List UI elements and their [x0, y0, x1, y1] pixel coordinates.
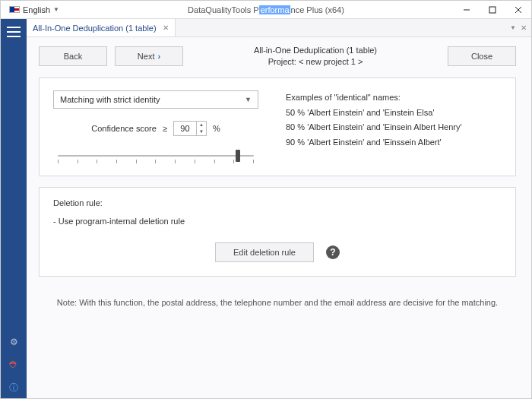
tab-deduplication[interactable]: All-In-One Deduplication (1 table) ✕ — [27, 19, 176, 36]
confidence-label: Confidence score — [91, 124, 157, 133]
close-button[interactable]: Close — [448, 46, 516, 66]
gear-icon[interactable]: ⚙ — [8, 337, 19, 347]
flag-icon — [9, 6, 20, 13]
matching-mode-select[interactable]: Matching with strict identity ▼ — [53, 90, 258, 109]
arrow-right-icon: › — [157, 52, 160, 61]
back-button[interactable]: Back — [39, 46, 107, 66]
deletion-rule-text: - Use program-internal deletion rule — [53, 217, 502, 226]
tab-bar: All-In-One Deduplication (1 table) ✕ ▼ ✕ — [27, 19, 531, 37]
window-buttons — [454, 1, 531, 18]
maximize-button[interactable] — [480, 1, 505, 18]
example-row: 90 % 'Albert Einstein' and 'Einssein Alb… — [286, 135, 502, 150]
example-row: 50 % 'Albert Einstein' and 'Einstein Els… — [286, 106, 502, 121]
matching-panel: Matching with strict identity ▼ Confiden… — [39, 78, 516, 176]
matching-mode-value: Matching with strict identity — [60, 95, 160, 104]
footer-note: Note: With this function, the postal add… — [39, 298, 516, 307]
chevron-down-icon: ▼ — [245, 96, 252, 103]
deletion-panel: Deletion rule: - Use program-internal de… — [39, 187, 516, 277]
minimize-button[interactable] — [454, 1, 480, 18]
spin-up-icon[interactable]: ▲ — [197, 122, 206, 128]
language-label: English — [23, 5, 50, 14]
title-bar: English ▼ DataQualityTools Performance P… — [1, 1, 531, 19]
svg-rect-1 — [489, 7, 496, 13]
content-area: Back Next› All-in-One Deduplication (1 t… — [27, 37, 531, 399]
close-all-icon[interactable]: ✕ — [521, 24, 527, 32]
deletion-title: Deletion rule: — [53, 198, 502, 207]
confidence-slider[interactable] — [53, 147, 258, 163]
close-icon[interactable]: ✕ — [163, 24, 169, 32]
ge-symbol: ≥ — [163, 124, 167, 133]
confidence-value: 90 — [174, 124, 196, 133]
next-button[interactable]: Next› — [115, 46, 183, 66]
chevron-down-icon: ▼ — [53, 6, 59, 13]
spin-down-icon[interactable]: ▼ — [197, 128, 206, 135]
language-selector[interactable]: English ▼ — [4, 5, 65, 15]
menu-icon[interactable] — [7, 27, 21, 37]
page-title: All-in-One Deduplication (1 table) Proje… — [191, 45, 440, 68]
example-row: 80 % 'Albert Einstein' and 'Einsein Albe… — [286, 120, 502, 135]
window-title: DataQualityTools Performance Plus (x64) — [188, 5, 344, 14]
info-icon[interactable]: ⓘ — [8, 382, 19, 393]
close-window-button[interactable] — [505, 1, 531, 18]
examples-box: Examples of "identical" names: 50 % 'Alb… — [277, 90, 502, 163]
sidebar: ⚙ ⛑ ⓘ — [1, 19, 27, 399]
percent-symbol: % — [213, 124, 220, 133]
tab-label: All-In-One Deduplication (1 table) — [33, 24, 157, 33]
examples-title: Examples of "identical" names: — [286, 90, 502, 106]
lifebuoy-icon[interactable]: ⛑ — [8, 359, 19, 370]
help-icon[interactable]: ? — [326, 245, 340, 259]
confidence-spinner[interactable]: 90 ▲ ▼ — [173, 121, 207, 136]
slider-thumb[interactable] — [236, 150, 240, 162]
edit-deletion-rule-button[interactable]: Edit deletion rule — [215, 242, 314, 262]
chevron-down-icon[interactable]: ▼ — [510, 24, 516, 31]
